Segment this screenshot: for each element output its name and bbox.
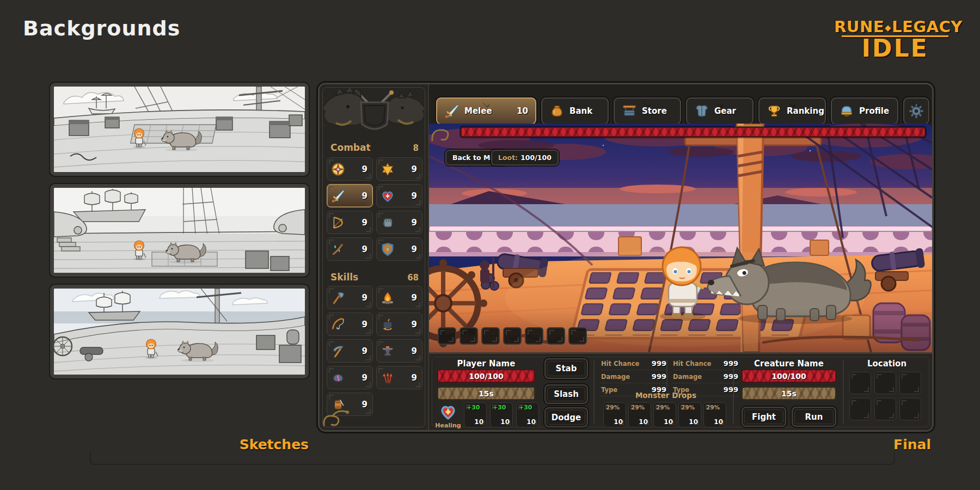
skill-slot-fishing[interactable]: 9: [327, 313, 373, 336]
skill-slot-smithing[interactable]: 9: [376, 339, 422, 363]
battle-control-strip: Player Name 100/100 15s Healing +30 10 +…: [429, 352, 932, 430]
trophy-icon: [767, 103, 782, 119]
combat-slot-defense[interactable]: 9: [376, 237, 422, 261]
tab-melee[interactable]: Melee 10: [436, 97, 536, 125]
stab-button[interactable]: Stab: [544, 358, 588, 379]
dragon-crest-icon: [320, 85, 429, 141]
tab-gear[interactable]: Gear: [686, 97, 754, 125]
star-icon: [381, 162, 395, 176]
creature-name: Creature Name: [740, 359, 837, 369]
combat-slot-hitpoints[interactable]: 9: [376, 184, 422, 207]
skill-slot-woodcutting[interactable]: 9: [327, 286, 373, 309]
loot-label: Loot:: [498, 154, 518, 162]
monster-drop-slot[interactable]: 29% 10: [678, 402, 701, 427]
divider: [666, 359, 667, 388]
sword-icon: [331, 189, 345, 203]
combat-label: Combat: [330, 142, 371, 153]
combat-slot-ranged[interactable]: 9: [327, 211, 373, 234]
sketch-1-art: [54, 87, 305, 172]
skill-slot-cooking[interactable]: 9: [376, 313, 422, 336]
inventory-slot[interactable]: [503, 327, 522, 345]
gold-flourish-icon: [322, 404, 357, 428]
location-slot[interactable]: [849, 372, 871, 394]
creature-health-bar: 100/100: [742, 369, 836, 383]
tab-ranking[interactable]: Ranking: [758, 97, 826, 125]
tab-settings[interactable]: [903, 97, 929, 125]
divider: [733, 360, 734, 424]
anvil-icon: [381, 344, 395, 358]
monster-drop-slot[interactable]: 29% 10: [703, 402, 726, 427]
logo-word-rune: RUNE: [834, 17, 884, 36]
sketch-panel-1: [50, 83, 309, 176]
combat-skill-grid: 9 9 9 9 9 9 9 9: [327, 157, 422, 261]
tab-store[interactable]: Store: [614, 97, 681, 125]
inventory-slot[interactable]: [568, 327, 587, 345]
combat-slot-magic[interactable]: 9: [327, 237, 373, 261]
combat-slot-attack[interactable]: 9: [376, 157, 422, 181]
dodge-button[interactable]: Dodge: [544, 407, 588, 427]
slash-button[interactable]: Slash: [544, 384, 588, 404]
monster-drop-slot[interactable]: 29% 10: [603, 402, 626, 427]
monster-drops-title: Monster Drops: [599, 391, 733, 400]
fight-button[interactable]: Fight: [742, 407, 786, 427]
combat-slot-melee[interactable]: 9: [327, 184, 373, 207]
skill-slot-mining[interactable]: 9: [327, 339, 373, 363]
divider: [843, 360, 844, 424]
location-title: Location: [848, 359, 926, 369]
location-slot[interactable]: [899, 398, 921, 420]
battle-scene: Back to Map Loot: 100/100: [429, 124, 932, 352]
logo-word-idle: IDLE: [834, 36, 956, 61]
sketch-2-art: [54, 188, 305, 273]
heart-icon: [381, 189, 395, 203]
main-tab-bar: Melee 10 Bank Store Gear Ranking Profile: [436, 97, 929, 125]
tab-bank[interactable]: Bank: [541, 97, 609, 125]
final-caption: Final: [318, 437, 931, 452]
game-logo: RUNE◆LEGACY IDLE: [834, 19, 956, 62]
melee-level-badge: 10: [517, 106, 528, 116]
fist-icon: [381, 216, 395, 230]
tab-profile[interactable]: Profile: [831, 97, 898, 125]
wand-icon: [331, 242, 345, 256]
page-title: Backgrounds: [23, 16, 180, 40]
combat-total: 8: [413, 143, 419, 153]
skills-total: 68: [407, 273, 419, 283]
sketch-panel-2: [50, 184, 309, 277]
location-slot[interactable]: [874, 372, 896, 394]
skill-slot-firemaking[interactable]: 9: [376, 286, 422, 309]
skill-slot-fletching[interactable]: 9: [376, 366, 422, 389]
combat-slot-strength[interactable]: 9: [376, 211, 422, 234]
creature-attack-timer-bar: 15s: [742, 387, 836, 400]
skills-label: Skills: [330, 272, 358, 283]
sword-icon: [444, 103, 460, 119]
logo-diamond-icon: ◆: [884, 23, 892, 33]
inventory-slot[interactable]: [481, 327, 500, 345]
monster-drop-slot[interactable]: 29% 10: [628, 402, 651, 427]
location-slot[interactable]: [849, 398, 871, 420]
sketch-3-art: [54, 289, 305, 375]
skill-slot-runecrafting[interactable]: 9: [327, 366, 373, 389]
run-button[interactable]: Run: [792, 407, 836, 427]
player-name: Player Name: [437, 359, 535, 369]
loot-counter: Loot: 100/100: [491, 150, 559, 166]
inventory-slot[interactable]: [547, 327, 565, 345]
inventory-slot[interactable]: [525, 327, 543, 345]
skills-section-header: Skills 68: [330, 272, 419, 283]
loot-value: 100/100: [520, 154, 552, 162]
skills-skill-grid: 9 9 9 9 9 9 9 9 9: [327, 286, 422, 416]
inventory-slot[interactable]: [438, 327, 456, 345]
healing-slot[interactable]: +30 10: [516, 402, 539, 427]
location-slot[interactable]: [874, 398, 896, 420]
fishing-rod-icon: [331, 317, 345, 332]
combat-slot-accuracy[interactable]: 9: [327, 157, 373, 181]
healing-slot[interactable]: +30 10: [464, 402, 487, 427]
bottom-bracket-decoration: [90, 451, 895, 465]
monster-drop-slot[interactable]: 29% 10: [653, 402, 676, 427]
divider: [593, 360, 595, 424]
money-bag-icon: [549, 103, 565, 119]
combat-section-header: Combat 8: [330, 142, 419, 153]
helmet-icon: [839, 103, 854, 119]
location-slot[interactable]: [899, 372, 921, 394]
healing-slot[interactable]: +30 10: [490, 402, 513, 427]
inventory-slot[interactable]: [460, 327, 478, 345]
armor-icon: [694, 103, 709, 119]
